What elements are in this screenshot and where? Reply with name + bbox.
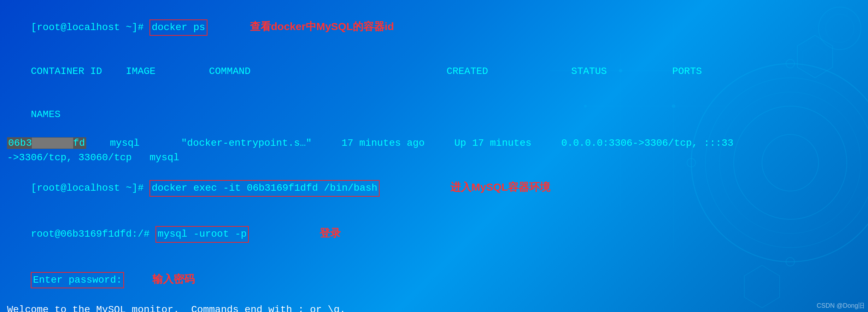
prompt-1: [root@localhost ~]#	[31, 22, 149, 33]
prompt-2: [root@localhost ~]#	[31, 183, 149, 193]
terminal-line-5: ->3306/tcp, 33060/tcp mysql	[7, 151, 861, 165]
status-val: Up 17 minutes	[454, 138, 531, 149]
cmd-docker-exec: docker exec -it 06b3169f1dfd /bin/bash	[149, 180, 380, 197]
ports-val: 0.0.0.0:3306->3306/tcp, :::33	[561, 138, 733, 149]
cmd-docker-ps: docker ps	[149, 19, 207, 36]
terminal-line-6: [root@localhost ~]# docker exec -it 06b3…	[7, 165, 861, 211]
annotation-top: 查看docker中MySQL的容器id	[250, 21, 394, 32]
terminal-line-1: [root@localhost ~]# docker ps查看docker中My…	[7, 4, 861, 50]
col-image: IMAGE	[126, 66, 156, 77]
col-ports: PORTS	[672, 66, 702, 77]
terminal-line-8: Enter password:输入密码	[7, 257, 861, 303]
image-name: mysql	[110, 138, 140, 149]
command-val: "docker-entrypoint.s…"	[181, 138, 312, 149]
terminal-line-9: Welcome to the MySQL monitor. Commands e…	[7, 303, 861, 312]
col-command: COMMAND	[209, 66, 251, 77]
annotation-enter-mysql: 进入MySQL容器环境	[450, 181, 550, 193]
annotation-password: 输入密码	[152, 273, 195, 285]
terminal-line-7: root@06b3169f1dfd:/# mysql -uroot -p登录	[7, 211, 861, 257]
terminal-line-2: CONTAINER ID IMAGE COMMAND CREATED STATU…	[7, 50, 861, 93]
col-names: NAMES	[31, 109, 60, 120]
cmd-mysql-login: mysql -uroot -p	[156, 226, 249, 243]
csdn-watermark: CSDN @Dong旧	[817, 301, 864, 310]
terminal-window: [root@localhost ~]# docker ps查看docker中My…	[0, 0, 868, 312]
col-status: STATUS	[571, 66, 607, 77]
col-created: CREATED	[446, 66, 488, 77]
terminal-line-3: NAMES	[7, 93, 861, 137]
terminal-line-4: 06b3 fd mysql "docker-entrypoint.s…" 17 …	[7, 136, 861, 151]
container-id-partial: 06b3 fd	[7, 137, 86, 149]
enter-password-text: Enter password:	[31, 272, 124, 289]
annotation-login: 登录	[319, 227, 341, 239]
created-val: 17 minutes ago	[341, 138, 424, 149]
prompt-3: root@06b3169f1dfd:/#	[31, 229, 156, 239]
col-container-id: CONTAINER ID	[31, 66, 102, 77]
